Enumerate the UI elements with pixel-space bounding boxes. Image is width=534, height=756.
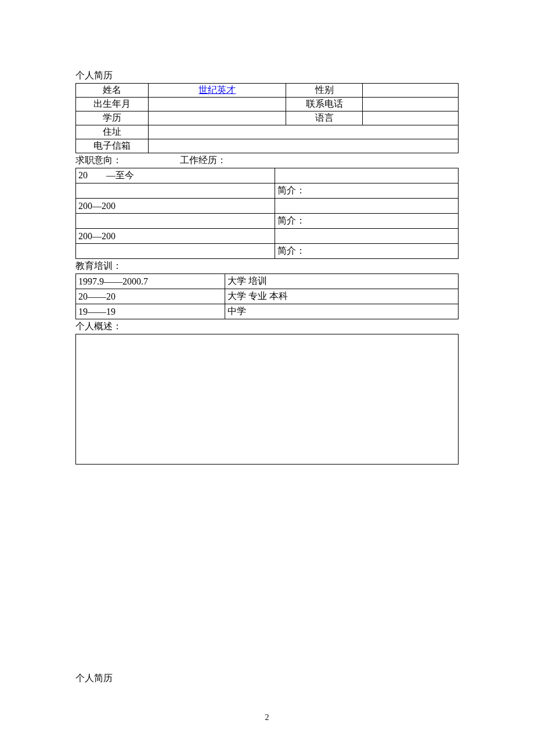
edu-desc-cell: 中学 [225, 304, 459, 319]
phone-value [363, 98, 459, 111]
language-value [363, 111, 459, 125]
email-label: 电子信箱 [76, 139, 149, 153]
address-value [149, 125, 459, 139]
gender-label: 性别 [286, 84, 363, 98]
work-empty-cell [76, 183, 275, 199]
work-period-cell: 200—200 [76, 199, 275, 214]
work-empty-cell [76, 214, 275, 229]
edu-desc-cell: 大学 培训 [225, 274, 459, 289]
education-section-label: 教育培训： [75, 260, 459, 272]
name-link[interactable]: 世纪英才 [151, 84, 283, 96]
address-label: 住址 [76, 125, 149, 139]
work-history-table: 20 —至今 简介： 200—200 简介： 200—200 简介： [75, 168, 459, 259]
work-period-cell: 200—200 [76, 229, 275, 244]
resume-title: 个人简历 [75, 70, 459, 82]
work-company-cell [275, 199, 458, 214]
edu-period-cell: 1997.9——2000.7 [76, 274, 225, 289]
work-intro-cell: 简介： [275, 214, 458, 229]
education-table: 1997.9——2000.7 大学 培训 20——20 大学 专业 本科 19—… [75, 273, 459, 319]
edu-desc-cell: 大学 专业 本科 [225, 289, 459, 304]
edu-period-cell: 20——20 [76, 289, 225, 304]
birth-value [149, 98, 286, 111]
gender-value [363, 84, 459, 98]
work-history-label: 工作经历： [180, 154, 226, 167]
job-intent-label: 求职意向： [75, 154, 122, 167]
education-label: 学历 [76, 111, 149, 125]
summary-label: 个人概述： [75, 321, 459, 333]
edu-period-cell: 19——19 [76, 304, 225, 319]
page-number: 2 [0, 713, 534, 722]
education-value [149, 111, 286, 125]
email-value [149, 139, 459, 153]
personal-info-table: 姓名 世纪英才 性别 出生年月 联系电话 学历 语言 住址 电子信箱 [75, 83, 459, 153]
name-label: 姓名 [76, 84, 149, 98]
name-value: 世纪英才 [149, 84, 286, 98]
work-empty-cell [76, 244, 275, 259]
birth-label: 出生年月 [76, 98, 149, 111]
work-intro-cell: 简介： [275, 183, 458, 199]
summary-box [75, 334, 459, 465]
phone-label: 联系电话 [286, 98, 363, 111]
work-company-cell [275, 229, 458, 244]
work-period-cell: 20 —至今 [76, 168, 275, 183]
work-intro-cell: 简介： [275, 244, 458, 259]
work-company-cell [275, 168, 458, 183]
footer-resume-title: 个人简历 [75, 672, 113, 685]
language-label: 语言 [286, 111, 363, 125]
